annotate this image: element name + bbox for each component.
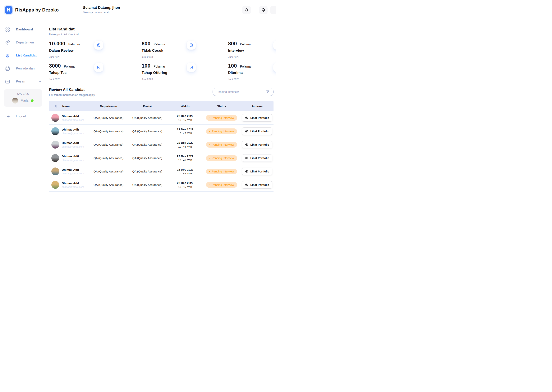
- apply-time: 10 : 45 .WIB: [168, 132, 202, 135]
- stat-unit: Pelamar: [153, 65, 165, 68]
- column-label: Nama: [62, 105, 70, 108]
- live-chat-user[interactable]: Maria: [4, 98, 42, 104]
- stat-period: Juni 2023: [228, 56, 267, 58]
- stat-text: 100 Pelamar Tahap Offering Juni 2023: [142, 63, 180, 81]
- cell-waktu: 22 Des 2022 10 : 45 .WIB: [168, 114, 202, 121]
- table-row: Dhimas Adit dhimas@gmai.com QA (Quality …: [49, 111, 274, 125]
- cell-posisi: QA (Quality Assurance): [127, 170, 168, 173]
- stat-value: 800: [142, 41, 151, 47]
- cell-posisi: QA (Quality Assurance): [127, 143, 168, 146]
- document-icon: [276, 65, 276, 70]
- stat-value: 3000: [49, 63, 61, 69]
- logout-icon: [5, 114, 10, 119]
- cell-actions: Lihat Portfolio: [241, 127, 274, 135]
- column-label: Departemen: [90, 105, 127, 108]
- name-email: Dhimas Adit dhimas@gmai.com: [62, 155, 84, 161]
- cell-actions: Lihat Portfolio: [241, 154, 274, 162]
- lihat-portfolio-button[interactable]: Lihat Portfolio: [242, 114, 272, 122]
- apply-time: 10 : 45 .WIB: [168, 145, 202, 148]
- name-email: Dhimas Adit dhimas@gmai.com: [62, 114, 84, 121]
- review-titles: Review All Kandidat List terbaru berdasa…: [49, 87, 95, 97]
- logout-button[interactable]: Logout: [0, 110, 46, 123]
- cell-status: Pending Interview: [202, 115, 241, 121]
- sort-icon[interactable]: [54, 104, 58, 108]
- stat-card: 100 Pelamar Diterima Juni 2023: [228, 63, 276, 81]
- stats-grid: 10.000 Pelamar Dalam Review Juni 2023 80…: [49, 41, 274, 81]
- cell-actions: Lihat Portfolio: [241, 114, 274, 122]
- chevron-down-icon[interactable]: [38, 80, 42, 83]
- live-chat-user-name: Maria: [21, 99, 28, 102]
- apply-time: 10 : 45 .WIB: [168, 172, 202, 175]
- document-icon: [97, 43, 101, 47]
- lihat-portfolio-label: Lihat Portfolio: [250, 170, 269, 173]
- notifications-button[interactable]: [259, 6, 268, 14]
- stat-label: Tahap Tes: [49, 71, 88, 75]
- breadcrumb[interactable]: HrisApps / List Kandidat: [49, 33, 274, 36]
- sidebar-item-departemen[interactable]: Departemen: [0, 36, 46, 49]
- sidebar-item-label: Departemen: [16, 41, 34, 44]
- stat-period: Juni 2023: [49, 56, 88, 58]
- stat-card: 800 Pelamar Tidak Cocok Juni 2023: [142, 41, 228, 58]
- candidate-name: Dhimas Adit: [62, 155, 84, 158]
- users-icon: [5, 53, 10, 58]
- status-badge: Pending Interview: [206, 169, 237, 174]
- stat-unit: Pelamar: [64, 65, 75, 68]
- column-label: Waktu: [168, 105, 202, 108]
- name-email: Dhimas Adit dhimas@gmai.com: [62, 128, 84, 135]
- apply-date: 22 Des 2022: [168, 114, 202, 118]
- stat-detail-button[interactable]: [94, 63, 103, 72]
- lihat-portfolio-button[interactable]: Lihat Portfolio: [242, 127, 272, 135]
- sidebar-item-label: Dashboard: [16, 28, 33, 31]
- envelope-icon: [5, 79, 10, 84]
- calendar-icon: [5, 66, 10, 71]
- apply-date: 22 Des 2022: [168, 181, 202, 184]
- filter-selected-value: Pending Interview: [217, 90, 239, 93]
- avatar: [51, 181, 59, 189]
- stat-detail-button[interactable]: [187, 41, 196, 49]
- stat-value-line: 10.000 Pelamar: [49, 41, 88, 47]
- stat-detail-button[interactable]: [273, 63, 276, 72]
- cell-waktu: 22 Des 2022 10 : 45 .WIB: [168, 128, 202, 135]
- apply-date: 22 Des 2022: [168, 141, 202, 144]
- sidebar-item-penjadwalan[interactable]: Penjadwalan: [0, 62, 46, 75]
- document-icon: [189, 65, 193, 70]
- stat-detail-button[interactable]: [273, 41, 276, 49]
- candidate-email: dhimas@gmai.com: [62, 132, 84, 135]
- lihat-portfolio-button[interactable]: Lihat Portfolio: [242, 181, 272, 189]
- kandidat-table: Nama Departemen Posisi Waktu Status Acti…: [49, 101, 274, 192]
- sidebar-item-dashboard[interactable]: Dashboard: [0, 23, 46, 36]
- candidate-name: Dhimas Adit: [62, 114, 84, 118]
- avatar: [51, 154, 59, 162]
- logout-label: Logout: [16, 114, 26, 118]
- stat-unit: Pelamar: [153, 42, 165, 46]
- lihat-portfolio-button[interactable]: Lihat Portfolio: [242, 154, 272, 162]
- name-email: Dhimas Adit dhimas@gmai.com: [62, 182, 84, 188]
- header-partial-button[interactable]: [270, 6, 276, 14]
- cell-posisi: QA (Quality Assurance): [127, 156, 168, 160]
- candidate-name: Dhimas Adit: [62, 141, 84, 145]
- status-badge: Pending Interview: [206, 115, 237, 121]
- candidate-email: dhimas@gmai.com: [62, 145, 84, 148]
- lihat-portfolio-button[interactable]: Lihat Portfolio: [242, 168, 272, 175]
- status-filter-dropdown[interactable]: Pending Interview: [212, 88, 274, 96]
- table-row: Dhimas Adit dhimas@gmai.com QA (Quality …: [49, 151, 274, 165]
- apply-time: 10 : 45 .WIB: [168, 159, 202, 161]
- cell-waktu: 22 Des 2022 10 : 45 .WIB: [168, 181, 202, 188]
- live-chat-title: Live Chat: [4, 92, 42, 95]
- candidate-name: Dhimas Adit: [62, 128, 84, 131]
- cell-nama: Dhimas Adit dhimas@gmai.com: [49, 154, 90, 162]
- sidebar-item-list-kandidat[interactable]: List Kandidat: [0, 49, 46, 62]
- stat-detail-button[interactable]: [187, 63, 196, 72]
- stat-card: 800 Pelamar Interview Juni 2023: [228, 41, 276, 58]
- search-button[interactable]: [242, 6, 251, 14]
- stat-detail-button[interactable]: [94, 41, 103, 49]
- cell-nama: Dhimas Adit dhimas@gmai.com: [49, 168, 90, 175]
- stat-period: Juni 2023: [228, 78, 267, 81]
- stat-value-line: 100 Pelamar: [142, 63, 180, 69]
- sidebar-item-pesan[interactable]: Pesan: [0, 75, 46, 88]
- status-badge: Pending Interview: [206, 142, 237, 147]
- lihat-portfolio-button[interactable]: Lihat Portfolio: [242, 141, 272, 148]
- apply-time: 10 : 45 .WIB: [168, 119, 202, 121]
- apply-time: 10 : 45 .WIB: [168, 185, 202, 188]
- stat-value: 100: [228, 63, 237, 69]
